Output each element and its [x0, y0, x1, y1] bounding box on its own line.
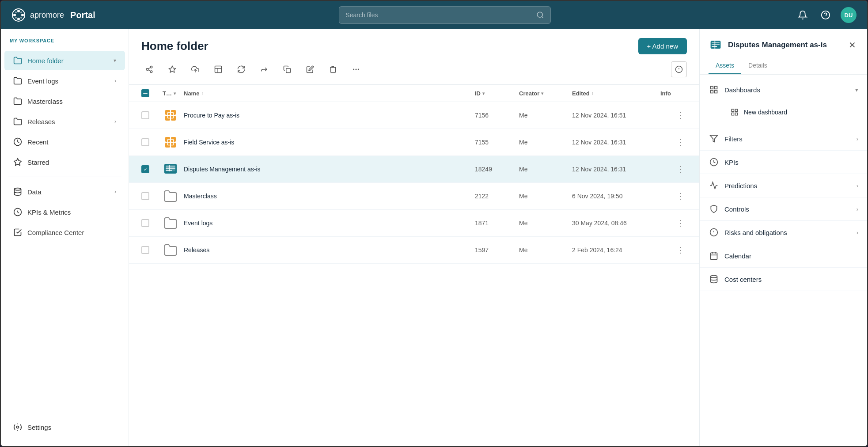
row-menu-button[interactable]: ⋮ — [675, 109, 687, 121]
calendar-header[interactable]: Calendar — [700, 244, 867, 267]
row-edited: 30 May 2024, 08:46 — [572, 220, 660, 227]
table-row[interactable]: Procure to Pay as-is 7156 Me 12 Nov 2024… — [129, 102, 699, 129]
analytics-button[interactable] — [210, 61, 226, 77]
file-area: Home folder + Add new — [129, 29, 699, 446]
section-label: Controls — [724, 205, 851, 213]
svg-point-1 — [17, 10, 20, 12]
kpis-header[interactable]: KPIs — [700, 151, 867, 174]
panel-section-dashboards: Dashboards ▾ New dashboard — [700, 78, 867, 127]
table-row[interactable]: Masterclass 2122 Me 6 Nov 2024, 19:50 ⋮ — [129, 183, 699, 210]
sidebar-item-recent[interactable]: Recent — [4, 132, 125, 152]
row-checkbox[interactable] — [141, 111, 149, 119]
info-button[interactable] — [671, 61, 687, 77]
svg-point-28 — [356, 69, 356, 70]
row-checkbox[interactable] — [141, 246, 149, 254]
main-content: MY WORKSPACE Home folder ▾ — [1, 29, 867, 446]
col-id[interactable]: ID ▾ — [475, 90, 519, 97]
cost-centers-header[interactable]: Cost centers — [700, 268, 867, 291]
upload-button[interactable] — [187, 61, 203, 77]
top-navigation: apromore Portal Search files DU — [1, 1, 867, 29]
database-icon — [13, 187, 22, 196]
sidebar-item-kpis-metrics[interactable]: KPIs & Metrics — [4, 202, 125, 222]
copy-button[interactable] — [279, 61, 295, 77]
sidebar-item-compliance-center[interactable]: Compliance Center — [4, 223, 125, 242]
row-edited: 12 Nov 2024, 16:31 — [572, 166, 660, 173]
user-avatar[interactable]: DU — [841, 7, 857, 23]
share-button[interactable] — [141, 61, 157, 77]
table-row[interactable]: ✓ Disputes Management as-is — [129, 156, 699, 183]
sidebar-item-home-folder[interactable]: Home folder ▾ — [4, 51, 125, 70]
row-menu-button[interactable]: ⋮ — [675, 217, 687, 229]
filters-header[interactable]: Filters › — [700, 127, 867, 150]
sidebar-bottom: Settings — [1, 417, 129, 437]
select-all-checkbox[interactable] — [141, 89, 149, 97]
sidebar-item-masterclass[interactable]: Masterclass — [4, 91, 125, 111]
row-checkbox[interactable] — [141, 192, 149, 200]
cost-centers-icon — [709, 274, 719, 284]
new-dashboard-item[interactable]: New dashboard — [724, 103, 858, 121]
notifications-button[interactable] — [795, 7, 811, 23]
search-bar[interactable]: Search files — [339, 6, 551, 24]
row-checkbox[interactable]: ✓ — [141, 165, 149, 173]
row-menu-button[interactable]: ⋮ — [675, 163, 687, 175]
svg-point-6 — [20, 11, 22, 13]
folder-icon — [13, 56, 22, 65]
panel-section-calendar: Calendar — [700, 244, 867, 268]
col-type: T… ▾ — [163, 90, 184, 97]
risks-header[interactable]: Risks and obligations › — [700, 221, 867, 244]
sync-button[interactable] — [233, 61, 249, 77]
add-new-button[interactable]: + Add new — [638, 38, 687, 54]
delete-button[interactable] — [325, 61, 341, 77]
sidebar-item-releases[interactable]: Releases › — [4, 112, 125, 131]
portal-label: Portal — [70, 10, 95, 20]
settings-icon — [13, 423, 22, 432]
col-creator[interactable]: Creator ▾ — [519, 90, 572, 97]
svg-point-16 — [17, 426, 19, 428]
sidebar-item-starred[interactable]: Starred — [4, 152, 125, 172]
svg-rect-63 — [715, 91, 717, 93]
sidebar-item-settings[interactable]: Settings — [4, 417, 125, 437]
risks-icon — [709, 227, 719, 238]
dashboards-header[interactable]: Dashboards ▾ — [700, 78, 867, 101]
row-creator: Me — [519, 220, 572, 227]
svg-point-76 — [711, 276, 717, 278]
close-button[interactable]: ✕ — [846, 39, 858, 51]
controls-header[interactable]: Controls › — [700, 197, 867, 220]
section-label: Filters — [724, 135, 851, 143]
table-row[interactable]: Releases 1597 Me 2 Feb 2024, 16:24 ⋮ — [129, 237, 699, 264]
sidebar-item-data[interactable]: Data › — [4, 182, 125, 201]
help-button[interactable] — [818, 7, 834, 23]
predictions-header[interactable]: Predictions › — [700, 174, 867, 197]
tab-details[interactable]: Details — [741, 57, 774, 74]
col-edited[interactable]: Edited ↑ — [572, 90, 660, 97]
svg-line-20 — [148, 70, 150, 71]
row-checkbox[interactable] — [141, 138, 149, 146]
svg-rect-24 — [215, 66, 222, 73]
tab-assets[interactable]: Assets — [709, 57, 741, 74]
row-menu-button[interactable]: ⋮ — [675, 190, 687, 202]
panel-header: Disputes Management as-is ✕ — [700, 29, 867, 52]
move-button[interactable] — [256, 61, 272, 77]
svg-line-21 — [148, 68, 150, 69]
row-menu-button[interactable]: ⋮ — [675, 244, 687, 256]
more-button[interactable] — [348, 61, 364, 77]
col-name[interactable]: Name ↑ — [184, 90, 475, 97]
row-menu-button[interactable]: ⋮ — [675, 136, 687, 148]
sort-icon: ↑ — [591, 91, 594, 96]
svg-rect-65 — [732, 109, 734, 111]
sort-icon: ↑ — [201, 91, 203, 96]
row-name: Procure to Pay as-is — [184, 112, 475, 119]
folder-icon — [13, 97, 22, 106]
row-menu: ⋮ — [660, 217, 687, 229]
sidebar-item-event-logs[interactable]: Event logs › — [4, 71, 125, 91]
panel-section-cost-centers: Cost centers — [700, 268, 867, 291]
svg-point-19 — [150, 71, 152, 73]
favorite-button[interactable] — [164, 61, 180, 77]
chevron-right-icon: › — [114, 78, 116, 84]
row-name: Disputes Management as-is — [184, 166, 475, 173]
table-row[interactable]: Field Service as-is 7155 Me 12 Nov 2024,… — [129, 129, 699, 156]
rename-button[interactable] — [302, 61, 318, 77]
row-checkbox[interactable] — [141, 219, 149, 227]
table-row[interactable]: Event logs 1871 Me 30 May 2024, 08:46 ⋮ — [129, 210, 699, 237]
row-creator: Me — [519, 139, 572, 146]
